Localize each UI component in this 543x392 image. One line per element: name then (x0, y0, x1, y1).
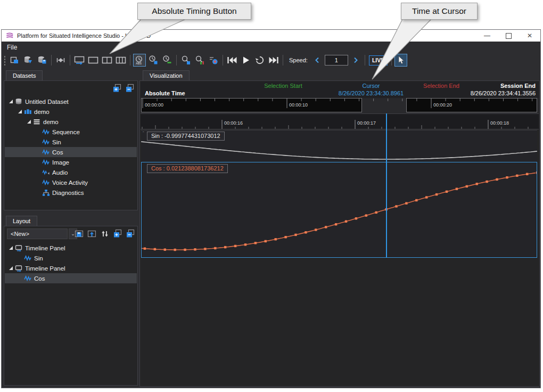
reorder-panels-button[interactable] (99, 228, 110, 239)
sin-legend: Sin : -0.999774431073012 (147, 132, 225, 141)
expand-all-button[interactable] (111, 83, 122, 94)
toolbar-separator (51, 55, 52, 66)
tree-item-demo[interactable]: demo (5, 117, 137, 127)
timeline-panel-icon (15, 265, 23, 272)
maximize-icon (506, 33, 512, 39)
zoom-session-icon (194, 55, 205, 66)
tree-item-sequence[interactable]: Sequence (5, 127, 137, 137)
tree-item-cos[interactable]: Cos (5, 147, 137, 157)
app-window: Platform for Situated Intelligence Studi… (1, 29, 541, 388)
overview-ruler-label: 00:00:20 (433, 102, 452, 108)
repeat-icon (254, 55, 265, 66)
layout-preset-dropdown[interactable]: <New> (7, 228, 68, 239)
open-store-button[interactable] (8, 54, 21, 67)
cos-timeline-panel[interactable]: Cos : 0.0212388081736212 (141, 162, 537, 258)
visualization-panel: Selection Start Cursor Selection End Ses… (139, 80, 540, 387)
zoom-to-selection-button[interactable] (179, 54, 192, 67)
absolute-timing-button[interactable]: ABS (133, 54, 146, 67)
tree-item-diagnostics[interactable]: Diagnostics (5, 187, 137, 198)
repeat-button[interactable] (253, 54, 266, 67)
maximize-button[interactable] (498, 30, 519, 42)
speed-increase-button[interactable] (349, 54, 362, 67)
move-to-selection-end-button[interactable] (267, 54, 280, 67)
clear-selection-button[interactable] (207, 54, 220, 67)
cursor-time-value: 8/26/2020 23:34:30.8961 (318, 90, 424, 96)
stream-icon (24, 255, 32, 262)
speed-value[interactable]: 1 (325, 55, 348, 66)
psi-studio-logo-icon (6, 31, 14, 40)
tree-item-audio[interactable]: Audio (5, 167, 137, 177)
insert-1cell-panel-button[interactable] (87, 54, 100, 67)
timing-selection-icon (162, 55, 172, 66)
tree-item-untitled-dataset[interactable]: Untitled Dataset (5, 96, 137, 107)
detail-ruler-label: 00:00:18 (490, 120, 509, 126)
save-dataset-button[interactable] (36, 54, 48, 67)
detail-timeline-ruler[interactable]: 00:00:1600:00:1700:00:18 (141, 113, 539, 129)
diagnostics-icon (42, 189, 50, 197)
tree-item-cos[interactable]: Cos (5, 273, 137, 283)
expander-icon[interactable] (27, 120, 31, 124)
tree-item-timeline-panel[interactable]: Timeline Panel (5, 243, 137, 253)
expand-all-button[interactable] (112, 228, 123, 239)
toolbar-separator (391, 55, 392, 66)
tree-item-label: Sequence (52, 129, 80, 135)
tree-item-image[interactable]: Image (5, 157, 137, 167)
tab-layout[interactable]: Layout (6, 216, 37, 226)
insert-3cell-panel-icon (115, 55, 127, 66)
menu-file[interactable]: File (2, 44, 22, 51)
toolbar-separator (223, 55, 223, 66)
minimize-button[interactable]: — (476, 30, 498, 42)
expander-icon[interactable] (9, 100, 13, 103)
overview-timeline-ruler[interactable]: 00:00:0000:00:1000:00:20 (141, 98, 539, 113)
tree-item-label: demo (34, 109, 50, 115)
tree-item-label: Voice Activity (52, 179, 88, 186)
export-button[interactable] (54, 54, 67, 67)
cursor-label: Cursor (339, 83, 403, 89)
tree-item-timeline-panel[interactable]: Timeline Panel (5, 263, 137, 273)
tree-item-voice-activity[interactable]: Voice Activity (5, 177, 137, 187)
sin-timeline-panel[interactable]: ˜ Sin : -0.999774431073012 (141, 130, 537, 161)
expander-icon[interactable] (9, 246, 13, 250)
tree-item-label: Untitled Dataset (25, 99, 69, 105)
stream-icon (42, 128, 50, 136)
panel-collapse-icon[interactable]: ˜ (143, 130, 144, 135)
detail-ruler-label: 00:00:16 (224, 120, 243, 126)
insert-3cell-panel-button[interactable] (114, 54, 127, 67)
timing-relative-selection-button[interactable] (161, 54, 174, 67)
datasets-tree: Untitled DatasetdemodemoSequenceSinCosIm… (5, 96, 137, 198)
cursor-mode-button[interactable] (394, 54, 407, 67)
overview-ruler-label: 00:00:00 (145, 102, 163, 108)
tab-visualization[interactable]: Visualization (143, 70, 190, 80)
window-title: Platform for Situated Intelligence Studi… (17, 32, 151, 39)
toolbar-grip[interactable] (3, 55, 6, 66)
timing-absolute-icon: ABS (134, 55, 145, 66)
partition-icon (24, 108, 32, 116)
collapse-all-button[interactable] (125, 228, 136, 239)
expander-icon[interactable] (9, 266, 13, 270)
speed-decrease-button[interactable] (311, 54, 324, 67)
live-button[interactable]: LIVE (369, 55, 388, 66)
save-layout-as-button[interactable] (86, 228, 97, 239)
tree-item-label: Timeline Panel (25, 265, 65, 272)
tree-item-demo[interactable]: demo (5, 107, 137, 117)
expander-icon[interactable] (18, 110, 22, 113)
zoom-to-session-button[interactable] (193, 54, 206, 67)
timing-relative-session-button[interactable] (147, 54, 160, 67)
tab-datasets[interactable]: Datasets (6, 70, 43, 80)
stream-icon (24, 275, 32, 282)
datasets-panel: Untitled DatasetdemodemoSequenceSinCosIm… (4, 80, 138, 210)
play-pause-button[interactable] (240, 54, 252, 67)
tree-item-sin[interactable]: Sin (5, 253, 137, 263)
close-button[interactable]: ✕ (519, 30, 540, 42)
tree-item-sin[interactable]: Sin (5, 137, 137, 147)
save-layout-button[interactable] (73, 228, 85, 239)
callout-absolute-timing: Absolute Timing Button (137, 3, 251, 20)
cos-legend: Cos : 0.0212388081736212 (147, 164, 228, 173)
move-to-selection-start-button[interactable] (226, 54, 238, 67)
zoom-selection-icon (180, 55, 191, 66)
collapse-all-button[interactable] (124, 83, 135, 94)
insert-2cell-panel-button[interactable] (101, 54, 113, 67)
insert-timeline-panel-button[interactable] (73, 54, 86, 67)
open-dataset-button[interactable] (22, 54, 35, 67)
timeline-cursor[interactable] (386, 113, 387, 258)
